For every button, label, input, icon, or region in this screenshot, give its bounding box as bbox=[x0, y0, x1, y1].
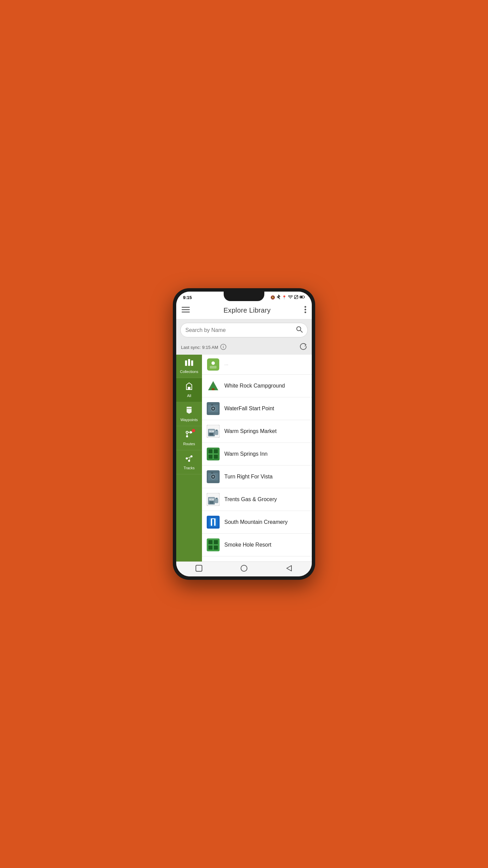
list-item-5[interactable]: Turn Right For Vista bbox=[202, 466, 312, 488]
svg-rect-62 bbox=[209, 501, 214, 504]
item-name-1: White Rock Campground bbox=[224, 382, 307, 390]
svg-point-36 bbox=[212, 408, 214, 409]
svg-marker-90 bbox=[287, 566, 291, 571]
search-input[interactable] bbox=[185, 327, 293, 333]
list-item-8[interactable]: Smoke Hole Resort bbox=[202, 534, 312, 556]
top-bar: Explore Library bbox=[176, 302, 312, 319]
bottom-nav bbox=[176, 561, 312, 576]
item-name-6: Trents Gas & Grocery bbox=[224, 496, 307, 503]
item-icon-camera-1 bbox=[207, 402, 220, 415]
wifi-icon bbox=[288, 295, 293, 299]
svg-point-7 bbox=[304, 306, 306, 308]
svg-rect-30 bbox=[212, 388, 215, 390]
svg-rect-73 bbox=[214, 540, 218, 544]
item-name-2: WaterFall Start Point bbox=[224, 405, 307, 412]
svg-text:PLUS: PLUS bbox=[209, 499, 214, 501]
sync-text: Last sync: 9:15 AM bbox=[181, 345, 218, 350]
sidebar-item-collections[interactable]: Collections bbox=[176, 355, 202, 378]
search-area bbox=[176, 319, 312, 341]
phone-frame: 9:15 🔕 📍 bbox=[173, 288, 315, 580]
collections-icon bbox=[185, 359, 194, 368]
svg-rect-88 bbox=[196, 565, 202, 571]
sidebar-item-waypoints[interactable]: Waypoints bbox=[176, 402, 202, 426]
svg-rect-5 bbox=[182, 309, 190, 310]
nav-back-btn[interactable] bbox=[285, 565, 293, 574]
item-icon-hotel-1 bbox=[207, 448, 220, 460]
location-icon: 📍 bbox=[282, 295, 287, 300]
list-item-7[interactable]: South Mountain Creamery bbox=[202, 511, 312, 534]
item-icon-hotel-2 bbox=[207, 538, 220, 551]
list-item-4[interactable]: Warm Springs Inn bbox=[202, 443, 312, 466]
item-icon-partial bbox=[207, 358, 220, 371]
svg-point-19 bbox=[186, 435, 188, 437]
svg-rect-43 bbox=[216, 430, 218, 431]
svg-rect-16 bbox=[191, 360, 193, 366]
svg-text:PLUS: PLUS bbox=[209, 431, 214, 433]
svg-rect-58 bbox=[211, 472, 213, 474]
sync-info: Last sync: 9:15 AM i bbox=[181, 344, 226, 351]
battery-icon bbox=[300, 295, 305, 299]
svg-rect-17 bbox=[188, 387, 190, 390]
item-name-3: Warm Springs Market bbox=[224, 428, 307, 435]
svg-text:i: i bbox=[223, 345, 224, 349]
svg-rect-75 bbox=[214, 546, 218, 550]
tracks-icon bbox=[185, 454, 193, 465]
svg-rect-49 bbox=[208, 449, 212, 453]
svg-rect-37 bbox=[211, 404, 213, 406]
svg-line-11 bbox=[300, 330, 302, 332]
page-title: Explore Library bbox=[223, 307, 270, 314]
item-icon-gas-2: PLUS bbox=[207, 493, 220, 506]
svg-rect-68 bbox=[211, 518, 212, 526]
list-item-3[interactable]: PLUS Warm Springs Market bbox=[202, 420, 312, 443]
svg-rect-72 bbox=[208, 540, 212, 544]
svg-point-9 bbox=[304, 311, 306, 313]
svg-point-23 bbox=[190, 455, 192, 457]
sidebar-tracks-label: Tracks bbox=[184, 466, 195, 470]
item-name-5: Turn Right For Vista bbox=[224, 473, 307, 480]
svg-rect-69 bbox=[214, 518, 216, 526]
mute-icon: 🔕 bbox=[270, 295, 275, 300]
nav-square-btn[interactable] bbox=[195, 565, 203, 574]
svg-rect-4 bbox=[182, 307, 190, 308]
search-icon[interactable] bbox=[296, 326, 303, 334]
more-options-icon[interactable] bbox=[304, 306, 306, 315]
list-item-partial[interactable]: ··· bbox=[202, 355, 312, 375]
svg-rect-27 bbox=[210, 366, 217, 369]
sidebar-waypoints-label: Waypoints bbox=[181, 418, 198, 422]
sidebar-item-all[interactable]: All bbox=[176, 378, 202, 402]
search-box[interactable] bbox=[180, 323, 308, 337]
sync-bar: Last sync: 9:15 AM i bbox=[176, 341, 312, 355]
list-item-1[interactable]: White Rock Campground bbox=[202, 375, 312, 397]
nav-home-btn[interactable] bbox=[240, 565, 248, 574]
svg-rect-64 bbox=[216, 498, 218, 499]
sidebar-item-tracks[interactable]: Tracks bbox=[176, 450, 202, 474]
item-name-4: Warm Springs Inn bbox=[224, 451, 307, 458]
svg-rect-45 bbox=[209, 434, 213, 434]
status-icons: 🔕 📍 bbox=[270, 295, 305, 300]
svg-point-26 bbox=[211, 361, 215, 365]
sidebar-item-routes[interactable]: Routes bbox=[176, 426, 202, 450]
list-item-9[interactable]: Ravensburg State Park Campground bbox=[202, 556, 312, 561]
svg-rect-74 bbox=[208, 546, 212, 550]
svg-rect-51 bbox=[208, 455, 212, 459]
refresh-icon[interactable] bbox=[300, 343, 307, 352]
svg-point-8 bbox=[304, 309, 306, 310]
all-icon bbox=[185, 382, 193, 392]
sidebar: Collections All bbox=[176, 355, 202, 561]
item-icon-restaurant-1 bbox=[207, 516, 220, 529]
item-icon-gas-1: PLUS bbox=[207, 425, 220, 438]
status-time: 9:15 bbox=[183, 295, 192, 300]
svg-point-22 bbox=[186, 457, 188, 459]
phone-screen: 9:15 🔕 📍 bbox=[176, 292, 312, 576]
svg-rect-6 bbox=[182, 312, 190, 313]
info-icon[interactable]: i bbox=[220, 344, 226, 351]
list-area: ··· White Rock Campground bbox=[202, 355, 312, 561]
no-sim-icon bbox=[294, 295, 298, 300]
svg-rect-15 bbox=[188, 359, 190, 366]
svg-point-89 bbox=[241, 565, 247, 571]
list-item-6[interactable]: PLUS Trents Gas & Grocery bbox=[202, 488, 312, 511]
list-item-2[interactable]: WaterFall Start Point bbox=[202, 397, 312, 420]
svg-point-57 bbox=[212, 476, 214, 477]
waypoints-icon bbox=[185, 406, 193, 416]
hamburger-menu-icon[interactable] bbox=[182, 306, 190, 315]
